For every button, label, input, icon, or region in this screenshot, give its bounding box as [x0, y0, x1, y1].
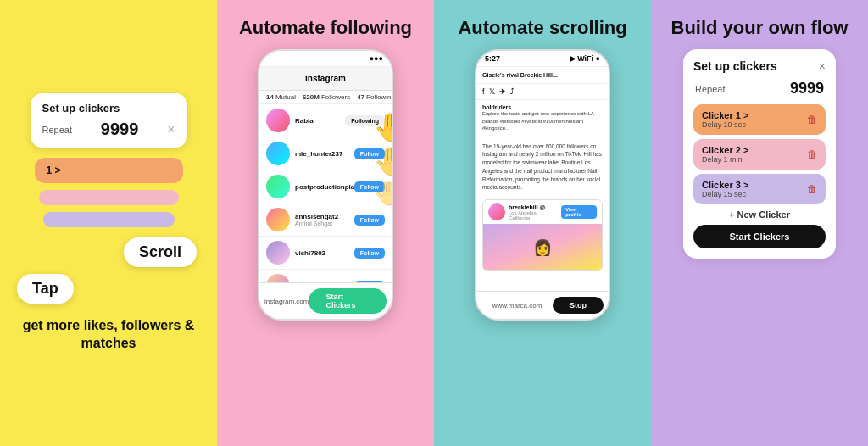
phone-mockup-following: ●●● instagram 14 Mutual 620M Followers 4… [258, 49, 393, 321]
clicker-row-3[interactable]: Clicker 3 > Delay 15 sec 🗑 [693, 174, 826, 204]
panel-pink: Automate following ●●● instagram 14 Mutu… [217, 0, 434, 446]
time-p3: 5:27 [485, 54, 500, 63]
clicker2-delay: Delay 1 min [702, 155, 748, 164]
main-article-text: The 19-year-old has over 600,000 followe… [476, 137, 609, 198]
username-p3: boldriders [482, 104, 603, 110]
panel-teal: Automate scrolling 5:27 ▶ WiFi ● Gisele'… [434, 0, 651, 446]
bottom-text-p1: get more likes, followers & matches [14, 317, 203, 353]
telegram-icon: ✈ [499, 87, 506, 96]
list-item: postproductionplace Follow [259, 170, 392, 203]
avatar [266, 175, 290, 198]
article-header: Gisele's rival Breckie Hill... [476, 67, 609, 84]
article-snippet: boldriders Explore the taste and get new… [476, 100, 609, 137]
repeat-value-p4: 9999 [790, 80, 824, 98]
stop-btn-p3[interactable]: Stop [553, 297, 604, 314]
phone-mockup-scrolling: 5:27 ▶ WiFi ● Gisele's rival Breckie Hil… [475, 49, 610, 321]
list-item: Rabia Following [259, 104, 392, 137]
repeat-row-p4: Repeat 9999 [693, 80, 826, 98]
view-profile-btn[interactable]: View profile [561, 205, 597, 219]
user-info: vishl7802 [295, 249, 349, 257]
setup-clickers-title: Set up clickers [42, 102, 175, 114]
user-list: Rabia Following mle_hunter237 Follow pos… [259, 104, 392, 282]
clicker1-info: Clicker 1 > Delay 10 sec [702, 110, 748, 129]
profile-avatar [488, 203, 505, 220]
clicker1-name-p1: 1 > [47, 164, 61, 176]
clicker2-info: Clicker 2 > Delay 1 min [702, 145, 748, 164]
list-item: thar.lover4896 Follow [259, 270, 392, 282]
facebook-icon: f [482, 87, 485, 96]
clicker3-delay: Delay 15 sec [702, 190, 748, 198]
bottom-url-p3: www.marca.com [481, 302, 553, 309]
panel-title-scrolling: Automate scrolling [458, 17, 626, 39]
panel-purple: Build your own flow Set up clickers × Re… [651, 0, 868, 446]
close-icon-p4[interactable]: × [819, 59, 826, 73]
article-text-p3: Explore the taste and get new experience… [482, 110, 603, 131]
share-row: f 𝕏 ✈ ⤴ [476, 84, 609, 100]
avatar [266, 109, 290, 132]
user-info: postproductionplace [295, 183, 349, 191]
nav-bar-p2: instagram [259, 67, 392, 91]
setup-card-header: Set up clickers × [693, 59, 826, 73]
user-info: thar.lover4896 [295, 282, 349, 283]
profile-image: 👩 [483, 224, 602, 270]
repeat-label-p1: Repeat [42, 125, 72, 135]
list-item: vishl7802 Follow [259, 237, 392, 270]
phone-bottom-bar-p3: www.marca.com Stop [476, 291, 609, 319]
panel-title-following: Automate following [239, 17, 412, 39]
repeat-label-p4: Repeat [695, 84, 725, 94]
status-bar-p3: 5:27 ▶ WiFi ● [476, 51, 609, 67]
user-info: Rabia [295, 117, 340, 125]
share-icon: ⤴ [510, 87, 515, 96]
article-body: The 19-year-old has over 600,000 followe… [476, 137, 609, 292]
follow-button[interactable]: Follow [354, 148, 385, 159]
tap-badge: Tap [17, 274, 74, 304]
avatar [266, 241, 290, 265]
profile-card: breckiehill @ Los Angeles, California Vi… [482, 199, 603, 271]
start-clickers-btn-p4[interactable]: Start Clickers [693, 225, 826, 248]
panel-yellow: Set up clickers Repeat 9999 × 1 > Scroll… [0, 0, 217, 446]
trash-icon-2[interactable]: 🗑 [807, 148, 817, 160]
new-clicker-btn[interactable]: + New Clicker [693, 209, 826, 220]
setup-card-title: Set up clickers [693, 59, 777, 73]
scroll-badge: Scroll [124, 237, 197, 267]
follow-button[interactable]: Follow [354, 248, 385, 259]
clicker3-info: Clicker 3 > Delay 15 sec [702, 180, 748, 198]
profile-name: breckiehill @ [509, 204, 558, 210]
clicker1-name: Clicker 1 > [702, 110, 748, 120]
stats-row-p2: 14 Mutual 620M Followers 47 Following [259, 91, 392, 104]
avatar [266, 208, 290, 231]
bottom-url-p2: instagram.com [264, 298, 309, 305]
clicker3-name: Clicker 3 > [702, 180, 748, 190]
start-clickers-btn-p2[interactable]: Start Clickers [309, 288, 387, 314]
user-info: mle_hunter237 [295, 150, 349, 158]
avatar [266, 142, 290, 165]
profile-card-header: breckiehill @ Los Angeles, California Vi… [483, 200, 602, 224]
profile-info: breckiehill @ Los Angeles, California [509, 204, 558, 220]
clicker2-name: Clicker 2 > [702, 145, 748, 155]
status-bar-p2: ●●● [259, 51, 392, 67]
profile-loc: Los Angeles, California [509, 210, 558, 220]
clicker-row-1[interactable]: Clicker 1 > Delay 10 sec 🗑 [693, 104, 826, 135]
following-button[interactable]: Following [345, 115, 385, 126]
yellow-content: Set up clickers Repeat 9999 × 1 > Scroll… [14, 17, 203, 429]
follow-button[interactable]: Follow [354, 215, 385, 226]
list-item: mle_hunter237 Follow [259, 137, 392, 170]
list-item: annsisehgat2 Anmol Sehgat Follow [259, 203, 392, 237]
setup-card-p4: Set up clickers × Repeat 9999 Clicker 1 … [683, 49, 836, 259]
trash-icon-3[interactable]: 🗑 [807, 183, 817, 195]
phone-bottom-bar-p2: instagram.com Start Clickers [259, 282, 392, 319]
clicker-row-2[interactable]: Clicker 2 > Delay 1 min 🗑 [693, 139, 826, 170]
avatar [266, 274, 290, 282]
close-icon-p1: × [167, 122, 175, 137]
follow-button[interactable]: Follow [354, 281, 385, 283]
follow-button[interactable]: Follow [354, 181, 385, 192]
twitter-icon: 𝕏 [489, 87, 495, 96]
repeat-value-p1: 9999 [101, 120, 139, 139]
trash-icon-1[interactable]: 🗑 [807, 114, 817, 125]
user-info: annsisehgat2 Anmol Sehgat [295, 213, 349, 226]
panel-title-flow: Build your own flow [671, 17, 849, 39]
clicker1-delay: Delay 10 sec [702, 120, 748, 129]
